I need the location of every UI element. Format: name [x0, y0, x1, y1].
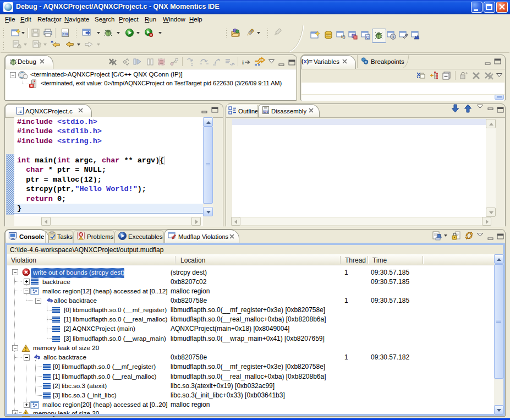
svg-text:010: 010 [63, 32, 68, 36]
svg-text:010: 010 [264, 110, 268, 113]
svg-text:i: i [242, 59, 244, 66]
svg-text:SVN: SVN [326, 34, 331, 37]
svg-text:C: C [366, 35, 369, 39]
svg-text:i: i [392, 34, 393, 39]
svg-text:.c: .c [18, 109, 22, 114]
svg-text:f(): f() [341, 34, 346, 39]
